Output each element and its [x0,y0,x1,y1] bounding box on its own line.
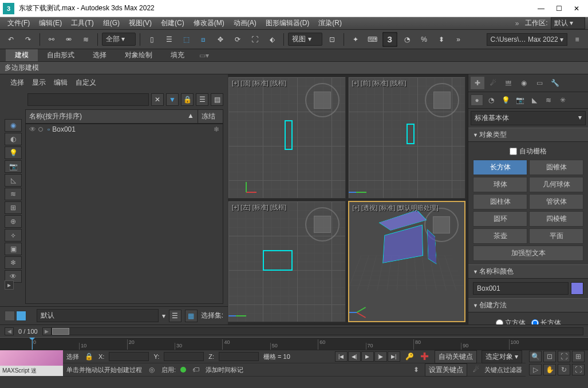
goto-start-button[interactable]: |◀ [335,351,348,362]
maxscript-label[interactable]: MAXScript 迷 [0,366,63,376]
method-box-radio[interactable]: 长方体 [531,318,561,324]
unlink-button[interactable]: ⚮ [61,32,76,47]
panel-expand-icon[interactable]: ▸ [5,280,14,290]
play-button[interactable]: ▶ [361,351,374,362]
menu-animation[interactable]: 动画(A) [229,18,261,28]
refcoord-selector[interactable]: 视图 ▾ [288,33,322,46]
spinner-snap-button[interactable]: ⬍ [434,32,449,47]
angle-snap-button[interactable]: ◔ [400,32,415,47]
maximize-viewport-button[interactable]: ⛶ [572,364,585,375]
keymode-icon[interactable]: 🔑 [405,351,415,362]
layout-2-button[interactable] [16,311,26,321]
percent-snap-button[interactable]: % [417,32,432,47]
undo-button[interactable]: ↶ [3,32,18,47]
prim-tube-button[interactable]: 管状体 [529,194,583,209]
next-frame-button[interactable]: |▶ [374,351,387,362]
redo-button[interactable]: ↷ [21,32,35,47]
freeze-icon[interactable]: ❄ [214,125,219,133]
display-container-icon[interactable]: ▣ [5,243,22,255]
menu-group[interactable]: 组(G) [98,18,124,28]
timeslider-prev-button[interactable]: ◀ [5,327,14,335]
ribbon-collapse-icon[interactable]: ▭▾ [199,52,209,60]
viewport-top-label[interactable]: [+] [顶] [标准] [线框] [232,79,286,88]
selected-object-selector[interactable]: 选定对象 ▾ [482,350,522,363]
search-clear-icon[interactable]: ✕ [151,93,164,106]
timeslider-track[interactable] [52,327,583,335]
addtag-label[interactable]: 添加时间标记 [206,366,243,374]
layer-icon[interactable]: ▤ [211,93,223,106]
time-ruler[interactable]: 0 10 20 30 40 50 60 70 80 90 100 [0,337,588,350]
minimize-button[interactable]: — [538,5,544,13]
keyfilter-button[interactable]: 关键点过滤器 [484,366,522,374]
prim-plane-button[interactable]: 平面 [529,228,583,244]
project-path[interactable]: C:\Users\… Max 2022 ▾ [487,33,567,46]
rollout-namecolor[interactable]: 名称和颜色 [468,264,588,279]
workspace-selector[interactable]: 默认 ▾ [551,17,585,29]
menu-rendering[interactable]: 渲染(R) [314,18,346,28]
lock-selection-icon[interactable]: 🔒 [84,351,94,362]
ribbon-sub[interactable]: 多边形建模 [0,62,588,74]
geometry-category-icon[interactable]: ● [471,94,483,106]
systems-category-icon[interactable]: ✳ [557,94,569,106]
display-shapes-icon[interactable]: ◐ [5,133,22,145]
helpers-category-icon[interactable]: ◣ [528,94,540,106]
create-panel-icon[interactable]: ✚ [471,77,484,89]
setkey-button[interactable]: 设置关键点 [425,363,467,377]
select-rect-button[interactable]: ⬚ [179,32,194,47]
maximize-button[interactable]: ☐ [556,5,562,13]
ribbon-tab-objectpaint[interactable]: 对象绘制 [116,49,161,61]
ribbon-tab-modeling[interactable]: 建模 [6,49,38,61]
viewport-front[interactable]: [+] [前] [标准] [线框] [348,77,466,199]
display-groups-icon[interactable]: ⊞ [5,201,22,214]
shapes-category-icon[interactable]: ◔ [485,94,498,106]
spacewarps-category-icon[interactable]: ≋ [542,94,555,106]
select-rotate-button[interactable]: ⟳ [230,32,245,47]
display-helpers-icon[interactable]: ◺ [5,174,22,187]
prim-sphere-button[interactable]: 球体 [473,177,527,192]
viewport-left-label[interactable]: [+] [左] [标准] [线框] [232,203,286,212]
prev-frame-button[interactable]: ◀| [348,351,361,362]
setkey-stepper-icon[interactable]: ⬍ [411,365,421,375]
tree-header-freeze[interactable]: 冻结 [198,110,223,123]
autogrid-checkbox[interactable] [510,148,517,155]
box-object[interactable] [388,226,440,279]
prim-pyramid-button[interactable]: 四棱锥 [529,211,583,227]
fov-button[interactable]: ▷ [529,364,542,375]
menu-create[interactable]: 创建(C) [156,18,189,28]
menu-expand-icon[interactable]: » [512,19,523,27]
tree-item[interactable]: 👁 ▫ Box001 ❄ [26,124,223,134]
tree-header-name[interactable]: 名称(按升序排序)▲ [26,110,198,123]
zoom-button[interactable]: 🔍 [529,351,542,362]
hierarchy-panel-icon[interactable]: 쁘 [502,77,515,89]
rollout-createmethod[interactable]: 创建方法 [468,298,588,312]
enable-indicator-icon[interactable] [180,367,186,373]
visibility-icon[interactable]: 👁 [29,125,36,133]
x-input[interactable] [109,352,149,361]
ribbon-tab-freeform[interactable]: 自由形式 [38,49,84,61]
bind-spacewarp-button[interactable]: ≋ [78,32,93,47]
timeslider-handle[interactable] [52,328,69,335]
method-cube-radio[interactable]: 立方体 [496,318,526,324]
z-input[interactable] [219,352,259,361]
menu-file[interactable]: 文件(F) [3,18,34,28]
display-cameras-icon[interactable]: 📷 [5,160,22,173]
selection-filter[interactable]: 全部 ▾ [102,33,136,46]
list-icon[interactable]: ☰ [196,93,208,106]
goto-end-button[interactable]: ▶| [388,351,400,362]
display-xrefs-icon[interactable]: ⊕ [5,215,22,228]
toolbar-menu-icon[interactable]: ≡ [570,32,585,47]
pan-button[interactable]: ✋ [543,364,556,375]
motion-panel-icon[interactable]: ◉ [517,77,531,89]
scene-tree[interactable]: 👁 ▫ Box001 ❄ [25,124,223,304]
menu-grapheditors[interactable]: 图形编辑器(D) [261,18,314,28]
keyfilter-icon[interactable]: ☄ [471,365,481,375]
add-key-icon[interactable]: ✚ [420,351,430,362]
ribbon-tab-selection[interactable]: 选择 [84,49,116,61]
layer-stack-icon[interactable]: ☰ [169,310,181,322]
close-button[interactable]: ✕ [574,5,579,13]
menu-views[interactable]: 视图(V) [124,18,156,28]
select-name-button[interactable]: ☰ [161,32,176,47]
menu-edit[interactable]: 编辑(E) [34,18,66,28]
timetag-icon[interactable]: 🏷 [191,365,201,375]
display-geometry-icon[interactable]: ◉ [5,119,22,132]
